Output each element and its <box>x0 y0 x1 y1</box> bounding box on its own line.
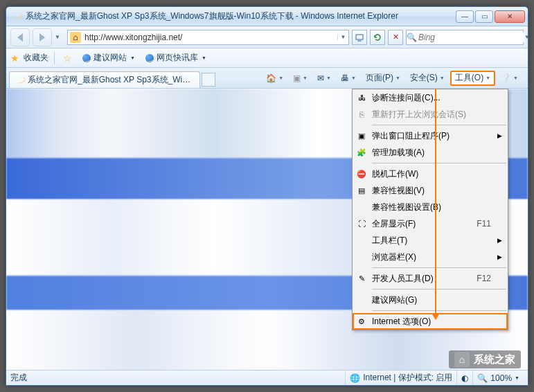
home-button[interactable]: 🏠▼ <box>262 71 287 86</box>
svg-rect-0 <box>356 35 363 39</box>
tools-dropdown-menu: 🖧诊断连接问题(C)... ⎘重新打开上次浏览会话(S) ▣弹出窗口阻止程序(P… <box>352 89 508 330</box>
site-favicon: ⌂ <box>70 32 81 43</box>
minimize-button[interactable]: — <box>456 10 474 23</box>
rss-icon: ▣ <box>293 73 301 83</box>
chevron-down-icon: ▼ <box>326 75 331 80</box>
home-icon: 🏠 <box>266 73 276 83</box>
print-icon: 🖶 <box>341 73 349 83</box>
popup-icon: ▣ <box>356 130 367 141</box>
menu-separator <box>372 310 506 311</box>
menu-compat-settings[interactable]: 兼容性视图设置(B) <box>353 199 508 215</box>
zoom-label: 100% <box>490 373 512 383</box>
status-bar: 完成 🌐 Internet | 保护模式: 启用 ◐ 🔍 100% ▼ <box>6 370 528 385</box>
menu-fullscreen[interactable]: ⛶全屏显示(F)F11 <box>353 215 508 232</box>
nav-history-dropdown[interactable]: ▼ <box>55 34 64 40</box>
options-icon: ⚙ <box>356 316 367 327</box>
menu-dev-tools[interactable]: ✎开发人员工具(D)F12 <box>353 270 508 287</box>
chevron-down-icon: ▼ <box>130 55 135 60</box>
chevron-down-icon: ▼ <box>303 75 308 80</box>
offline-icon: ⛔ <box>356 168 367 179</box>
menu-separator <box>372 125 506 125</box>
active-tab[interactable]: 系统之家官网_最新Ghost XP Sp3系统_Window... <box>9 71 200 88</box>
page-label: 页面(P) <box>366 72 393 84</box>
submenu-arrow-icon: ▶ <box>497 253 502 260</box>
chevron-down-icon: ▼ <box>440 75 445 80</box>
zoom-icon: 🔍 <box>477 373 488 383</box>
zone-indicator[interactable]: 🌐 Internet | 保护模式: 启用 <box>345 371 456 385</box>
search-dropdown[interactable]: ▼ <box>524 34 530 40</box>
dev-icon: ✎ <box>356 273 367 284</box>
suggested-sites-item[interactable]: 建议网站 ▼ <box>79 51 138 65</box>
address-dropdown[interactable]: ▼ <box>337 34 348 40</box>
chevron-down-icon: ▼ <box>202 55 206 60</box>
fullscreen-icon: ⛶ <box>356 218 367 229</box>
add-star-icon: ☆ <box>63 53 72 64</box>
tab-title: 系统之家官网_最新Ghost XP Sp3系统_Window... <box>28 74 194 86</box>
watermark-text: 系统之家 <box>474 353 515 366</box>
reopen-icon: ⎘ <box>356 109 367 120</box>
chevron-down-icon: ▼ <box>513 75 518 80</box>
menu-separator <box>372 163 506 163</box>
menu-work-offline[interactable]: ⛔脱机工作(W) <box>353 166 508 182</box>
menu-popup-blocker[interactable]: ▣弹出窗口阻止程序(P)▶ <box>353 127 508 144</box>
webslice-item[interactable]: 网页快讯库 ▼ <box>142 51 209 65</box>
watermark-logo-icon: ⌂ <box>454 352 470 367</box>
forward-button[interactable] <box>33 28 52 46</box>
titlebar: 系统之家官网_最新Ghost XP Sp3系统_Windows7旗舰版-Win1… <box>6 7 528 26</box>
window-title: 系统之家官网_最新Ghost XP Sp3系统_Windows7旗舰版-Win1… <box>26 10 456 22</box>
menu-diagnose[interactable]: 🖧诊断连接问题(C)... <box>353 89 508 106</box>
search-input[interactable] <box>417 33 524 42</box>
addons-icon: 🧩 <box>356 147 367 158</box>
diagnose-icon: 🖧 <box>356 92 367 103</box>
separator <box>54 52 55 64</box>
menu-internet-options[interactable]: ⚙Internet 选项(O) <box>353 313 508 330</box>
menu-suggested-sites[interactable]: 建议网站(G) <box>353 292 508 308</box>
mail-button[interactable]: ✉▼ <box>313 71 335 86</box>
tools-menu-button[interactable]: 工具(O)▼ <box>450 71 495 86</box>
content-area: 🖧诊断连接问题(C)... ⎘重新打开上次浏览会话(S) ▣弹出窗口阻止程序(P… <box>6 89 528 370</box>
chevron-down-icon: ▼ <box>486 75 490 80</box>
safety-label: 安全(S) <box>410 72 438 84</box>
safety-menu-button[interactable]: 安全(S)▼ <box>406 71 449 86</box>
menu-explorer-bars[interactable]: 浏览器栏(X)▶ <box>353 249 508 265</box>
compat-view-button[interactable] <box>352 30 367 45</box>
menu-manage-addons[interactable]: 🧩管理加载项(A) <box>353 144 508 161</box>
submenu-arrow-icon: ▶ <box>497 132 502 139</box>
add-favorite-button[interactable]: ☆ <box>60 51 75 65</box>
menu-toolbars[interactable]: 工具栏(T)▶ <box>353 232 508 249</box>
search-box[interactable]: 🔍 ▼ <box>406 30 524 45</box>
menu-reopen-session[interactable]: ⎘重新打开上次浏览会话(S) <box>353 106 508 123</box>
command-bar: 🏠▼ ▣▼ ✉▼ 🖶▼ 页面(P)▼ 安全(S)▼ 工具(O)▼ ❔▼ <box>262 71 525 86</box>
help-icon: ❔ <box>501 73 511 83</box>
stop-button[interactable]: ✕ <box>388 30 403 45</box>
feeds-button[interactable]: ▣▼ <box>289 71 312 86</box>
favitem-label: 网页快讯库 <box>157 52 198 64</box>
tab-bar: 系统之家官网_最新Ghost XP Sp3系统_Window... 🏠▼ ▣▼ … <box>6 68 528 89</box>
nav-toolbar: ▼ ⌂ ▼ ✕ 🔍 ▼ <box>6 26 528 48</box>
refresh-button[interactable] <box>370 30 385 45</box>
favorites-star-icon[interactable]: ★ <box>10 53 19 64</box>
zoom-control[interactable]: 🔍 100% ▼ <box>472 371 524 385</box>
print-button[interactable]: 🖶▼ <box>337 71 360 86</box>
chevron-down-icon: ▼ <box>395 75 400 80</box>
maximize-button[interactable]: ▭ <box>475 10 493 23</box>
menu-separator <box>372 289 506 289</box>
mail-icon: ✉ <box>317 73 324 83</box>
close-button[interactable]: ✕ <box>495 10 525 23</box>
address-bar[interactable]: ⌂ ▼ <box>67 30 349 45</box>
page-menu-button[interactable]: 页面(P)▼ <box>362 71 404 86</box>
help-button[interactable]: ❔▼ <box>497 71 522 86</box>
watermark: ⌂ 系统之家 <box>449 350 521 368</box>
status-text: 完成 <box>10 372 27 384</box>
submenu-arrow-icon: ▶ <box>497 237 502 244</box>
address-input[interactable] <box>83 33 337 42</box>
protected-mode-toggle[interactable]: ◐ <box>456 371 472 385</box>
chevron-down-icon: ▼ <box>515 375 519 380</box>
menu-compat-view[interactable]: ▤兼容性视图(V) <box>353 182 508 199</box>
ie-window: 系统之家官网_最新Ghost XP Sp3系统_Windows7旗舰版-Win1… <box>6 6 528 386</box>
new-tab-button[interactable] <box>202 73 215 87</box>
tab-favicon <box>15 75 25 85</box>
back-button[interactable] <box>10 28 30 46</box>
favorites-label[interactable]: 收藏夹 <box>24 52 48 64</box>
toggle-off-icon: ◐ <box>461 373 468 383</box>
